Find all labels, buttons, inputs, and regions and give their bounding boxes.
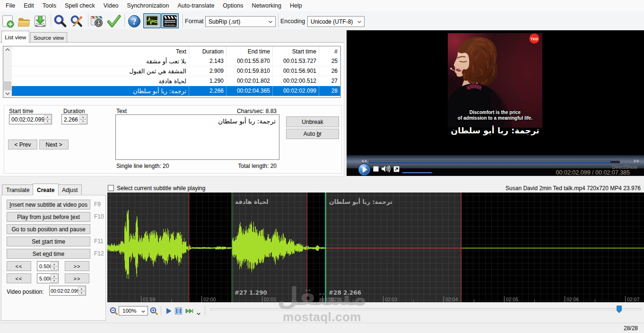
spin-down-icon[interactable]: ▼ xyxy=(44,119,51,123)
video-toggle-button[interactable] xyxy=(161,13,179,28)
label-part: d time xyxy=(49,251,65,257)
column-header-start[interactable]: Start time xyxy=(273,46,319,56)
table-vertical-scrollbar[interactable] xyxy=(3,46,12,97)
play-button[interactable] xyxy=(358,163,371,176)
save-button[interactable] xyxy=(33,14,47,28)
video-player[interactable]: TED Discomfort is the price of admission… xyxy=(347,30,644,176)
spin-up-icon[interactable]: ▲ xyxy=(51,262,58,266)
toolbar-separator xyxy=(205,306,205,315)
spin-up-icon[interactable]: ▲ xyxy=(79,115,87,119)
edit-panel: Start time 00:02:02.099 ▲▼ Duration 2.26… xyxy=(4,105,342,174)
format-combobox[interactable]: SubRip (.srt) xyxy=(205,16,276,27)
menu-networking[interactable]: Networking xyxy=(247,0,286,11)
menu-file[interactable]: File xyxy=(1,0,19,11)
menu-spell-check[interactable]: Spell check xyxy=(61,0,99,11)
waveform-toggle-button[interactable] xyxy=(143,13,161,28)
nudge-large-spinner[interactable]: 5.000 ▲▼ xyxy=(37,273,59,283)
spin-up-icon[interactable]: ▲ xyxy=(51,274,58,279)
show-waveform-grid-button[interactable] xyxy=(175,307,182,315)
svg-text:#28 2.266: #28 2.266 xyxy=(329,289,361,296)
auto-br-button[interactable]: Auto br xyxy=(286,129,339,139)
nudge-fwd-large-button[interactable]: >> xyxy=(65,273,89,283)
tab-create[interactable]: Create xyxy=(33,184,59,195)
spin-down-icon[interactable]: ▼ xyxy=(51,266,58,271)
next-button[interactable]: Next > xyxy=(39,140,69,149)
toolbar-separator xyxy=(183,14,183,27)
spin-up-icon[interactable]: ▲ xyxy=(44,115,51,119)
menu-video[interactable]: Video xyxy=(99,0,123,11)
prev-button[interactable]: < Prev xyxy=(8,140,37,149)
tab-list-view[interactable]: List view xyxy=(1,31,29,43)
volume-slider[interactable] xyxy=(402,168,435,170)
column-header-duration[interactable]: Duration xyxy=(189,46,226,56)
subtitle-text-input[interactable]: ترجمة: ربا أبو سلطان xyxy=(115,114,279,160)
cell-start: 00:02:02.099 xyxy=(273,86,319,96)
stop-button[interactable] xyxy=(373,166,379,172)
create-button-play-from-just-before-text[interactable]: Play from just before text xyxy=(7,212,90,222)
view-tabs: List view Source view xyxy=(0,29,345,43)
start-time-spinner[interactable]: 00:02:02.099 ▲▼ xyxy=(9,114,52,124)
menu-help[interactable]: Help xyxy=(286,0,306,11)
waveform-canvas[interactable]: لحياة هادفة#27 1.290ترجمة: ربا أبو سلطان… xyxy=(107,193,644,302)
toolbar-separator xyxy=(51,14,51,27)
new-file-button[interactable] xyxy=(1,14,15,28)
cell-end: 00:01:55.870 xyxy=(226,56,273,66)
waveform-zoom-combobox[interactable]: 100% xyxy=(119,306,148,315)
menu-edit[interactable]: Edit xyxy=(19,0,38,11)
waveform-scrollbar-track[interactable] xyxy=(210,308,641,310)
scrollbar-thumb[interactable] xyxy=(4,81,11,90)
scrollbar-up-icon[interactable] xyxy=(3,46,12,53)
fullscreen-icon[interactable] xyxy=(393,166,400,172)
column-header-num[interactable]: # xyxy=(319,46,340,56)
spin-down-icon[interactable]: ▼ xyxy=(51,279,58,283)
spin-up-icon[interactable]: ▲ xyxy=(78,287,85,291)
unbreak-button[interactable]: Unbreak xyxy=(286,116,339,127)
create-button-set-start-time[interactable]: Set start time xyxy=(7,237,90,246)
create-button-insert-new-subtitle-at-video-pos[interactable]: Insert new subtitle at video pos xyxy=(7,200,90,210)
column-header-text[interactable]: Text xyxy=(12,46,189,56)
spin-down-icon[interactable]: ▼ xyxy=(78,291,85,295)
video-position-spinner[interactable]: 00:02:02.099 ▲▼ xyxy=(49,286,86,296)
video-seek-slider[interactable] xyxy=(369,158,620,160)
spin-down-icon[interactable]: ▼ xyxy=(79,119,87,123)
open-file-button[interactable] xyxy=(17,14,31,28)
playback-speed-button[interactable] xyxy=(185,308,195,314)
video-controls-bar: DirectShow xyxy=(347,155,644,168)
shortcut-f12: F12 xyxy=(94,250,104,257)
replace-button[interactable] xyxy=(70,14,84,28)
create-button-set-end-time[interactable]: Set end time xyxy=(7,249,90,259)
zoom-in-button[interactable] xyxy=(150,307,158,315)
menu-tools[interactable]: Tools xyxy=(38,0,61,11)
waveform-play-button[interactable] xyxy=(166,308,172,314)
nudge-fwd-small-button[interactable]: >> xyxy=(65,261,89,271)
tab-translate[interactable]: Translate xyxy=(2,184,34,195)
tab-adjust[interactable]: Adjust xyxy=(58,184,82,195)
find-button[interactable] xyxy=(53,14,67,28)
scrollbar-down-icon[interactable] xyxy=(3,90,12,97)
menu-synchronization[interactable]: Synchronization xyxy=(123,0,174,11)
menu-auto-translate[interactable]: Auto-translate xyxy=(174,0,219,11)
help-button[interactable]: ? xyxy=(127,14,141,28)
menu-options[interactable]: Options xyxy=(218,0,247,11)
visual-sync-button[interactable]: 5 xyxy=(90,14,104,28)
spell-check-button[interactable] xyxy=(107,14,121,28)
nudge-back-large-button[interactable]: << xyxy=(7,273,31,283)
waveform-scrollbar-marker[interactable] xyxy=(617,306,622,313)
duration-spinner[interactable]: 2.266 ▲▼ xyxy=(61,114,87,124)
seek-forward-icon[interactable] xyxy=(634,158,639,161)
encoding-combobox[interactable]: Unicode (UTF-8) xyxy=(307,16,365,27)
subtitle-table[interactable]: TextDurationEnd timeStart time#بلا تعب أ… xyxy=(3,46,341,98)
video-subtitle-arabic: ترجمة: ربا أبو سلطان xyxy=(400,126,590,135)
cell-start: 00:01:56.901 xyxy=(273,66,319,76)
chevron-down-icon[interactable] xyxy=(197,310,200,312)
nudge-small-spinner[interactable]: 0.500 ▲▼ xyxy=(37,261,59,271)
column-header-end[interactable]: End time xyxy=(226,46,273,56)
volume-icon[interactable] xyxy=(382,165,391,173)
tab-source-view[interactable]: Source view xyxy=(30,32,67,43)
create-button-go-to-sub-position-and-pause[interactable]: Go to sub position and pause xyxy=(7,224,90,234)
zoom-out-button[interactable] xyxy=(110,307,118,315)
select-current-subtitle-checkbox[interactable] xyxy=(108,185,114,191)
nudge-back-small-button[interactable]: << xyxy=(7,261,31,271)
seek-back-icon[interactable] xyxy=(361,158,366,161)
cell-text: ترجمة: ربا أبو سلطان xyxy=(12,86,189,96)
